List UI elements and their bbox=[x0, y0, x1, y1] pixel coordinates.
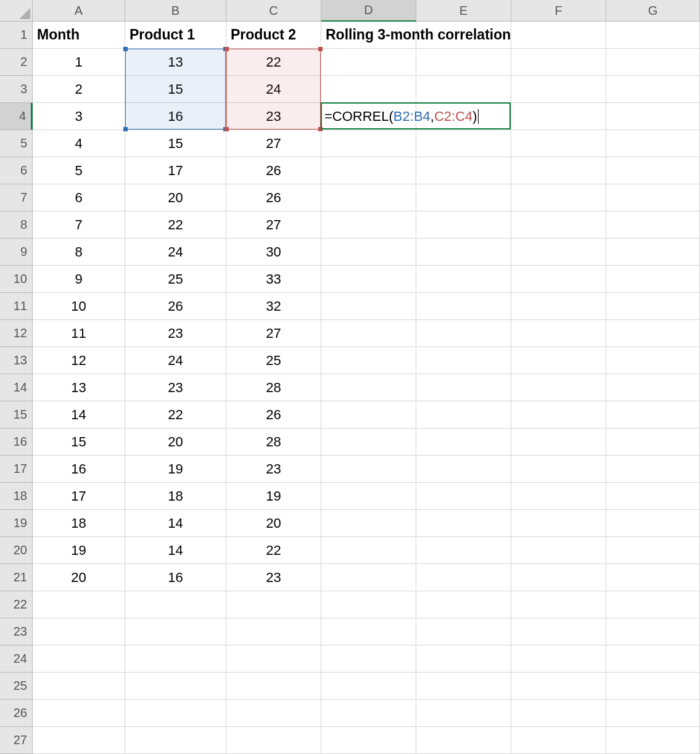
cell-G16[interactable] bbox=[606, 428, 700, 456]
row-header-6[interactable]: 6 bbox=[0, 157, 33, 184]
cell-C16[interactable]: 28 bbox=[226, 428, 321, 456]
cell-B3[interactable]: 15 bbox=[125, 76, 226, 103]
cell-A27[interactable] bbox=[33, 727, 125, 754]
cell-D11[interactable] bbox=[321, 293, 416, 320]
cell-D6[interactable] bbox=[321, 157, 416, 184]
cell-D10[interactable] bbox=[321, 266, 416, 293]
cell-D19[interactable] bbox=[321, 510, 416, 537]
cell-B21[interactable]: 16 bbox=[125, 564, 226, 591]
cell-C20[interactable]: 22 bbox=[226, 537, 321, 564]
cell-A21[interactable]: 20 bbox=[33, 564, 125, 591]
cell-G2[interactable] bbox=[606, 49, 700, 76]
cell-G5[interactable] bbox=[606, 130, 700, 157]
cell-C14[interactable]: 28 bbox=[226, 374, 321, 401]
cell-E27[interactable] bbox=[416, 727, 511, 754]
cell-D4[interactable]: =CORREL(B2:B4, C2:C4) bbox=[321, 103, 416, 130]
cell-A4[interactable]: 3 bbox=[33, 103, 125, 130]
cell-B6[interactable]: 17 bbox=[125, 157, 226, 184]
cell-D26[interactable] bbox=[321, 700, 416, 727]
cell-C6[interactable]: 26 bbox=[226, 157, 321, 184]
cell-B12[interactable]: 23 bbox=[125, 320, 226, 347]
cell-A3[interactable]: 2 bbox=[33, 76, 125, 103]
cell-B23[interactable] bbox=[125, 618, 226, 645]
cell-G11[interactable] bbox=[606, 293, 700, 320]
cell-B5[interactable]: 15 bbox=[125, 130, 226, 157]
column-header-F[interactable]: F bbox=[511, 0, 606, 22]
cell-F18[interactable] bbox=[511, 483, 606, 510]
cell-A2[interactable]: 1 bbox=[33, 49, 125, 76]
cell-E9[interactable] bbox=[416, 239, 511, 266]
row-header-9[interactable]: 9 bbox=[0, 239, 33, 266]
row-header-11[interactable]: 11 bbox=[0, 293, 33, 320]
formula-editor[interactable]: =CORREL(B2:B4, C2:C4) bbox=[324, 103, 479, 129]
column-header-A[interactable]: A bbox=[33, 0, 125, 22]
cell-E8[interactable] bbox=[416, 211, 511, 239]
row-header-21[interactable]: 21 bbox=[0, 564, 33, 591]
cell-A26[interactable] bbox=[33, 700, 125, 727]
cell-F25[interactable] bbox=[511, 673, 606, 700]
cell-G3[interactable] bbox=[606, 76, 700, 103]
row-header-23[interactable]: 23 bbox=[0, 618, 33, 645]
cell-B19[interactable]: 14 bbox=[125, 510, 226, 537]
cell-C10[interactable]: 33 bbox=[226, 266, 321, 293]
cell-B20[interactable]: 14 bbox=[125, 537, 226, 564]
cell-E11[interactable] bbox=[416, 293, 511, 320]
cell-F24[interactable] bbox=[511, 645, 606, 673]
cell-D15[interactable] bbox=[321, 401, 416, 428]
cell-C11[interactable]: 32 bbox=[226, 293, 321, 320]
cell-G20[interactable] bbox=[606, 537, 700, 564]
cell-F26[interactable] bbox=[511, 700, 606, 727]
cell-E25[interactable] bbox=[416, 673, 511, 700]
cell-G23[interactable] bbox=[606, 618, 700, 645]
column-header-C[interactable]: C bbox=[226, 0, 321, 22]
cell-D5[interactable] bbox=[321, 130, 416, 157]
cell-G18[interactable] bbox=[606, 483, 700, 510]
cell-A20[interactable]: 19 bbox=[33, 537, 125, 564]
cell-F23[interactable] bbox=[511, 618, 606, 645]
row-header-18[interactable]: 18 bbox=[0, 483, 33, 510]
row-header-26[interactable]: 26 bbox=[0, 700, 33, 727]
cell-E22[interactable] bbox=[416, 591, 511, 618]
row-header-15[interactable]: 15 bbox=[0, 401, 33, 428]
cell-F2[interactable] bbox=[511, 49, 606, 76]
cell-B26[interactable] bbox=[125, 700, 226, 727]
cell-D7[interactable] bbox=[321, 184, 416, 211]
cell-D3[interactable] bbox=[321, 76, 416, 103]
row-header-1[interactable]: 1 bbox=[0, 22, 33, 49]
cell-C21[interactable]: 23 bbox=[226, 564, 321, 591]
cell-F4[interactable] bbox=[511, 103, 606, 130]
cell-B8[interactable]: 22 bbox=[125, 211, 226, 239]
cell-A16[interactable]: 15 bbox=[33, 428, 125, 456]
cell-A14[interactable]: 13 bbox=[33, 374, 125, 401]
cell-G24[interactable] bbox=[606, 645, 700, 673]
cell-E10[interactable] bbox=[416, 266, 511, 293]
cell-C17[interactable]: 23 bbox=[226, 456, 321, 483]
cell-C19[interactable]: 20 bbox=[226, 510, 321, 537]
cell-A7[interactable]: 6 bbox=[33, 184, 125, 211]
cell-F1[interactable] bbox=[511, 22, 606, 49]
cell-C5[interactable]: 27 bbox=[226, 130, 321, 157]
row-header-27[interactable]: 27 bbox=[0, 727, 33, 754]
cell-D1[interactable]: Rolling 3-month correlation bbox=[321, 22, 416, 49]
cell-G13[interactable] bbox=[606, 347, 700, 374]
cell-C26[interactable] bbox=[226, 700, 321, 727]
cell-F19[interactable] bbox=[511, 510, 606, 537]
cell-F16[interactable] bbox=[511, 428, 606, 456]
cell-C18[interactable]: 19 bbox=[226, 483, 321, 510]
cell-C9[interactable]: 30 bbox=[226, 239, 321, 266]
cell-D27[interactable] bbox=[321, 727, 416, 754]
cell-F9[interactable] bbox=[511, 239, 606, 266]
row-header-19[interactable]: 19 bbox=[0, 510, 33, 537]
cell-A11[interactable]: 10 bbox=[33, 293, 125, 320]
cell-B18[interactable]: 18 bbox=[125, 483, 226, 510]
cell-F8[interactable] bbox=[511, 211, 606, 239]
cell-B17[interactable]: 19 bbox=[125, 456, 226, 483]
cell-G9[interactable] bbox=[606, 239, 700, 266]
row-header-7[interactable]: 7 bbox=[0, 184, 33, 211]
cell-E3[interactable] bbox=[416, 76, 511, 103]
cell-A9[interactable]: 8 bbox=[33, 239, 125, 266]
column-header-G[interactable]: G bbox=[606, 0, 700, 22]
cell-F11[interactable] bbox=[511, 293, 606, 320]
cell-E13[interactable] bbox=[416, 347, 511, 374]
cell-B24[interactable] bbox=[125, 645, 226, 673]
